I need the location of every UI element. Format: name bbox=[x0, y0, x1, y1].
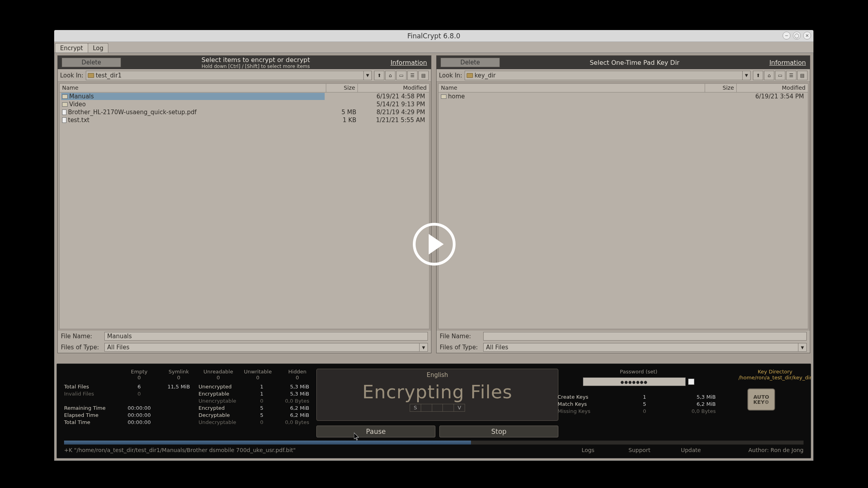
filter-field-right[interactable]: All Files bbox=[483, 343, 798, 352]
file-size: 1 KB bbox=[325, 117, 356, 124]
stats-row: Invalid Files0Encryptable15,3 MiB bbox=[64, 390, 317, 397]
list-view-icon[interactable]: ☰ bbox=[786, 71, 796, 80]
filter-label-right: Files of Type: bbox=[440, 344, 479, 351]
lookin-dropdown-right[interactable]: ▼ bbox=[743, 71, 751, 80]
file-name: Video bbox=[69, 101, 86, 108]
col-size[interactable]: Size bbox=[326, 84, 358, 92]
file-list-right[interactable]: Name Size Modified home6/19/21 3:54 PM bbox=[438, 83, 808, 329]
file-modified: 5/14/21 9:13 PM bbox=[356, 101, 427, 108]
filename-label-right: File Name: bbox=[440, 333, 479, 340]
col-modified[interactable]: Modified bbox=[737, 84, 808, 92]
file-modified: 6/19/21 3:54 PM bbox=[735, 93, 806, 100]
information-link-left[interactable]: Information bbox=[390, 59, 427, 66]
tab-encrypt[interactable]: Encrypt bbox=[55, 43, 88, 53]
close-icon[interactable]: ✕ bbox=[803, 32, 811, 40]
stats-row: Total Files611,5 MiBUnencrypted15,3 MiB bbox=[64, 383, 317, 390]
up-dir-icon[interactable]: ⬆ bbox=[374, 71, 384, 80]
delete-button-left[interactable]: Delete bbox=[62, 58, 121, 67]
password-header: Password (set) bbox=[558, 369, 720, 376]
home-icon[interactable]: ⌂ bbox=[385, 71, 395, 80]
stat-hdr-unreadable: Unreadable bbox=[199, 369, 238, 375]
panel-hint-left: Hold down [Ctrl] / [Shift] to select mor… bbox=[126, 64, 386, 69]
lookin-label-right: Look In: bbox=[439, 72, 462, 79]
status-area: Empty Symlink Unreadable Unwritable Hidd… bbox=[57, 364, 811, 458]
delete-button-right[interactable]: Delete bbox=[441, 58, 500, 67]
tab-log[interactable]: Log bbox=[88, 43, 109, 53]
password-block: Password (set) ●●●●●●● Create Keys 1 5,3… bbox=[558, 369, 803, 415]
minimize-icon[interactable]: − bbox=[783, 32, 790, 40]
footer-message: +K "/home/ron/a_test_dir/test_dir1/Manua… bbox=[64, 447, 562, 453]
new-folder-icon[interactable]: ▭ bbox=[396, 71, 407, 80]
new-folder-icon[interactable]: ▭ bbox=[775, 71, 785, 80]
folder-icon bbox=[467, 73, 473, 78]
missing-keys-label: Missing Keys bbox=[558, 408, 621, 414]
operation-headline: Encrypting Files bbox=[362, 380, 512, 404]
file-modified: 6/19/21 4:58 PM bbox=[356, 93, 427, 100]
file-modified: 1/21/21 5:55 AM bbox=[356, 117, 427, 124]
lookin-dropdown-left[interactable]: ▼ bbox=[364, 71, 372, 80]
pause-button[interactable]: Pause bbox=[316, 426, 435, 437]
file-list-left[interactable]: Name Size Modified Manuals6/19/21 4:58 P… bbox=[59, 83, 429, 329]
filter-dropdown-left[interactable]: ▼ bbox=[419, 343, 428, 352]
stats-row: Remaining Time00:00:00Encrypted56,2 MiB bbox=[64, 404, 317, 411]
information-link-right[interactable]: Information bbox=[769, 59, 806, 66]
maximize-icon[interactable]: ◯ bbox=[793, 32, 801, 40]
password-input[interactable]: ●●●●●●● bbox=[583, 377, 686, 386]
file-modified: 8/21/19 4:29 PM bbox=[356, 109, 427, 116]
footer-author: Author: Ron de Jong bbox=[717, 447, 804, 453]
stats-block: Empty Symlink Unreadable Unwritable Hidd… bbox=[64, 369, 317, 426]
filename-field-left[interactable]: Manuals bbox=[104, 332, 428, 341]
footer-logs[interactable]: Logs bbox=[562, 447, 614, 453]
panel-title-left: Select items to encrypt or decrypt bbox=[126, 56, 386, 64]
col-size[interactable]: Size bbox=[705, 84, 737, 92]
col-modified[interactable]: Modified bbox=[358, 84, 429, 92]
list-view-icon[interactable]: ☰ bbox=[407, 71, 418, 80]
footer-support[interactable]: Support bbox=[614, 447, 665, 453]
up-dir-icon[interactable]: ⬆ bbox=[753, 71, 763, 80]
tab-strip: Encrypt Log bbox=[54, 42, 813, 53]
create-keys-label: Create Keys bbox=[558, 394, 621, 400]
key-directory-label: Key Directory bbox=[720, 369, 830, 375]
document-icon bbox=[62, 109, 66, 115]
folder-icon bbox=[62, 94, 68, 99]
stat-hdr-unwritable: Unwritable bbox=[238, 369, 278, 375]
footer-update[interactable]: Update bbox=[665, 447, 717, 453]
filename-label-left: File Name: bbox=[61, 333, 100, 340]
file-name: Manuals bbox=[69, 93, 94, 100]
match-keys-label: Match Keys bbox=[558, 401, 621, 407]
file-row[interactable]: Video5/14/21 9:13 PM bbox=[60, 100, 429, 108]
stop-button[interactable]: Stop bbox=[439, 426, 558, 437]
filter-field-left[interactable]: All Files bbox=[104, 343, 419, 352]
folder-icon bbox=[441, 94, 446, 99]
filter-dropdown-right[interactable]: ▼ bbox=[798, 343, 807, 352]
stat-hdr-hidden: Hidden bbox=[278, 369, 317, 375]
file-row[interactable]: Manuals6/19/21 4:58 PM bbox=[60, 92, 429, 100]
file-row[interactable]: test.txt1 KB1/21/21 5:55 AM bbox=[60, 116, 429, 124]
details-view-icon[interactable]: ▤ bbox=[418, 71, 429, 80]
lookin-field-left[interactable]: test_dir1 bbox=[86, 71, 364, 80]
progress-fill bbox=[64, 441, 471, 445]
file-name: test.txt bbox=[68, 117, 89, 124]
language-label[interactable]: English bbox=[427, 371, 448, 380]
file-row[interactable]: Brother_HL-2170W-usaeng_quick-setup.pdf5… bbox=[60, 108, 429, 116]
password-show-checkbox[interactable] bbox=[688, 379, 694, 385]
segment-indicator: S V bbox=[410, 404, 465, 412]
key-directory-path: /home/ron/a_test_dir/key_dir bbox=[720, 375, 830, 381]
stat-hdr-symlink: Symlink bbox=[159, 369, 199, 375]
autokey-button[interactable]: AUTO KEY⚙ bbox=[747, 388, 775, 411]
file-row[interactable]: home6/19/21 3:54 PM bbox=[439, 92, 808, 100]
stat-hdr-empty: Empty bbox=[119, 369, 159, 375]
panel-keydir: Delete Select One-Time Pad Key Dir Infor… bbox=[436, 55, 810, 353]
filename-field-right[interactable] bbox=[483, 332, 807, 341]
panel-title-right: Select One-Time Pad Key Dir bbox=[505, 59, 764, 66]
col-name[interactable]: Name bbox=[439, 84, 705, 92]
stats-row: Unencryptable00,0 Bytes bbox=[64, 397, 317, 404]
stats-row: Total Time00:00:00Undecryptable00,0 Byte… bbox=[64, 418, 317, 426]
lookin-field-right[interactable]: key_dir bbox=[465, 71, 743, 80]
details-view-icon[interactable]: ▤ bbox=[797, 71, 807, 80]
panel-source: Delete Select items to encrypt or decryp… bbox=[57, 55, 431, 353]
col-name[interactable]: Name bbox=[60, 84, 326, 92]
home-icon[interactable]: ⌂ bbox=[764, 71, 774, 80]
folder-icon bbox=[62, 102, 68, 107]
play-overlay-icon[interactable] bbox=[413, 223, 456, 266]
